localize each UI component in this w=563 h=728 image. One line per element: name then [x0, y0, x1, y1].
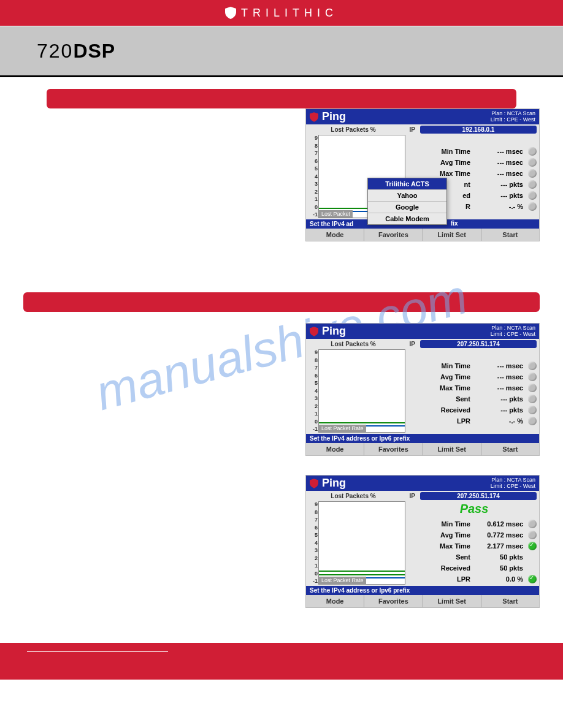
ping-subheader: Lost Packets %IP207.250.51.174 [306, 491, 539, 500]
softkey-start[interactable]: Start [481, 229, 539, 241]
ping-row: LPR0.0 % [412, 574, 537, 585]
ping-title: Ping [310, 477, 346, 490]
favorites-item[interactable]: Google [368, 202, 446, 213]
row-value: --- msec [475, 373, 523, 381]
row-value: 0.612 msec [475, 520, 523, 528]
hint-bar: Set the IPv4 address or Ipv6 prefix [306, 586, 539, 595]
ip-value[interactable]: 192.168.0.1 [420, 126, 537, 134]
ip-label: IP [398, 341, 420, 347]
favorites-menu[interactable]: Trilithic ACTSYahooGoogleCable Modem [367, 178, 447, 225]
ip-label: IP [398, 493, 420, 499]
row-value: --- msec [475, 170, 523, 177]
row-label: Sent [412, 553, 470, 561]
favorites-item[interactable]: Cable Modem [368, 213, 446, 224]
row-label: Sent [412, 395, 470, 403]
page-footer [0, 643, 563, 680]
ping-title: Ping [310, 110, 346, 123]
status-icon [528, 362, 537, 370]
plan-limit: Plan : NCTA ScanLimit : CPE - West [491, 325, 535, 338]
ping-panel: PingPlan : NCTA ScanLimit : CPE - WestLo… [305, 108, 540, 241]
row-label: Max Time [412, 542, 470, 550]
status-icon [528, 520, 537, 528]
status-icon [528, 531, 537, 539]
softkey-favorites[interactable]: Favorites [364, 229, 423, 241]
row-label: Avg Time [412, 159, 470, 166]
ping-data: PassMin Time0.612 msecAvg Time0.772 msec… [405, 501, 537, 585]
status-icon [528, 147, 537, 156]
row-label: Avg Time [412, 531, 470, 539]
ping-row: Received50 pkts [412, 563, 537, 574]
row-value: -.- % [475, 417, 523, 425]
ip-value[interactable]: 207.250.51.174 [420, 340, 537, 348]
softkey-mode[interactable]: Mode [306, 229, 364, 241]
ping-row: Max Time2.177 msec [412, 540, 537, 552]
shield-icon [310, 327, 318, 336]
status-icon [528, 542, 537, 550]
ping-row: Received--- pkts [412, 404, 537, 415]
row-value: --- msec [475, 362, 523, 370]
softkey-limit-set[interactable]: Limit Set [423, 229, 481, 241]
row-label: Min Time [412, 362, 470, 370]
ip-label: IP [398, 126, 420, 133]
row-label: Min Time [412, 520, 470, 528]
status-icon [528, 180, 537, 189]
row-value: --- pkts [475, 395, 523, 403]
favorites-item[interactable]: Trilithic ACTS [368, 178, 446, 190]
row-value: 0.772 msec [475, 531, 523, 539]
status-icon [528, 158, 537, 167]
ping-row: Avg Time--- msec [412, 371, 537, 382]
row-label: Min Time [412, 148, 470, 155]
row-value: --- msec [475, 159, 523, 166]
row-value: --- msec [475, 384, 523, 392]
ping-panel: PingPlan : NCTA ScanLimit : CPE - WestLo… [305, 475, 540, 608]
shield-icon [310, 479, 318, 488]
status-icon [528, 395, 537, 403]
softkey-start[interactable]: Start [481, 443, 539, 455]
watermark-source: manualshive.com [23, 77, 540, 78]
status-icon [528, 384, 537, 392]
softkey-favorites[interactable]: Favorites [364, 595, 423, 607]
row-value: --- pkts [475, 192, 523, 199]
status-icon [528, 191, 537, 200]
softkey-row: ModeFavoritesLimit SetStart [306, 229, 539, 241]
favorites-item[interactable]: Yahoo [368, 190, 446, 202]
lpr-badge: Lost Packet Rate [319, 577, 366, 584]
pass-indicator: Pass [412, 502, 537, 516]
softkey-row: ModeFavoritesLimit SetStart [306, 443, 539, 455]
lost-packets-graph: 9876543210-1Lost Packet Rate [318, 501, 405, 585]
row-value: 50 pkts [475, 564, 523, 572]
lpr-badge: Lost Packet Rate [319, 425, 366, 432]
ip-value[interactable]: 207.250.51.174 [420, 492, 537, 500]
softkey-start[interactable]: Start [481, 595, 539, 607]
hint-bar: Set the IPv4 address or Ipv6 prefix [306, 434, 539, 443]
shield-icon [225, 7, 236, 19]
softkey-limit-set[interactable]: Limit Set [423, 443, 481, 455]
ping-panel: PingPlan : NCTA ScanLimit : CPE - WestLo… [305, 323, 540, 456]
row-label: Max Time [412, 170, 470, 177]
softkey-mode[interactable]: Mode [306, 443, 364, 455]
shield-icon [310, 112, 318, 122]
status-icon [528, 417, 537, 425]
ping-row: Avg Time--- msec [412, 157, 537, 168]
softkey-limit-set[interactable]: Limit Set [423, 595, 481, 607]
brand-banner: TRILITHIC [0, 0, 563, 26]
ping-row: Min Time0.612 msec [412, 518, 537, 529]
row-value: -.- % [475, 203, 523, 210]
softkey-mode[interactable]: Mode [306, 595, 364, 607]
lost-packets-graph: 9876543210-1Lost Packet Rate [318, 349, 405, 433]
ping-row: Max Time--- msec [412, 382, 537, 393]
ping-row: Avg Time0.772 msec [412, 529, 537, 540]
row-value: --- msec [475, 148, 523, 155]
plan-limit: Plan : NCTA ScanLimit : CPE - West [491, 111, 535, 123]
section-accent-2 [23, 292, 540, 312]
plan-limit: Plan : NCTA ScanLimit : CPE - West [491, 477, 535, 490]
status-icon [528, 202, 537, 211]
ping-row: Sent--- pkts [412, 393, 537, 404]
softkey-favorites[interactable]: Favorites [364, 443, 423, 455]
ping-data: Min Time--- msecAvg Time--- msecMax Time… [405, 349, 537, 433]
ping-title: Ping [310, 325, 346, 338]
product-bar: 720DSP [0, 26, 563, 77]
lpr-badge: Lost Packet [319, 210, 353, 218]
ping-row: Min Time--- msec [412, 146, 537, 157]
lost-packets-label: Lost Packets % [308, 493, 398, 499]
